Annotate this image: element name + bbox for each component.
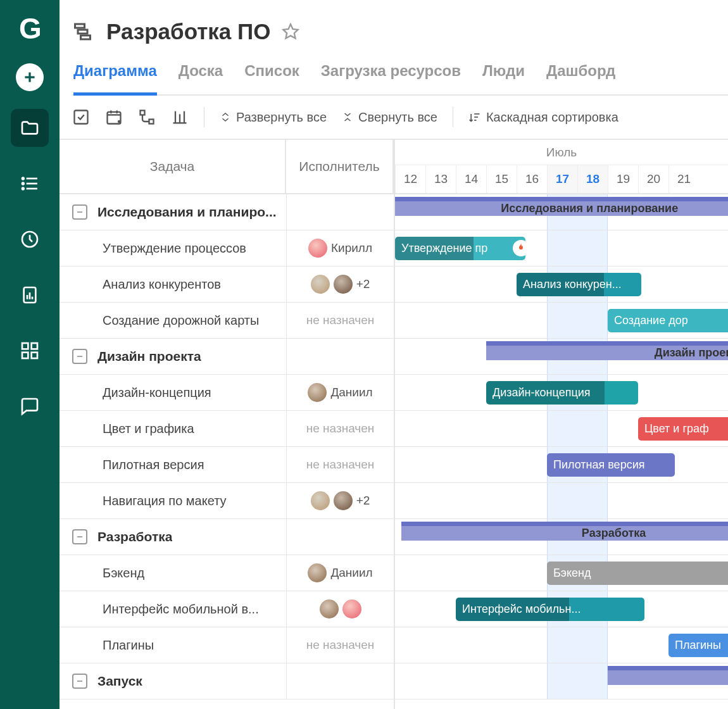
task-name: Утверждение процессов <box>103 241 246 256</box>
day-17[interactable]: 17 <box>547 165 577 193</box>
day-18[interactable]: 18 <box>577 165 608 193</box>
tab-1[interactable]: Доска <box>179 62 223 96</box>
group-bar[interactable]: Дизайн проекта <box>486 341 728 360</box>
day-15[interactable]: 15 <box>486 165 517 193</box>
nav-report[interactable] <box>11 276 49 314</box>
task-bar[interactable]: Утверждение пр <box>395 237 525 260</box>
task-bar[interactable]: Анализ конкурен... <box>517 273 641 296</box>
task-name: Пилотная версия <box>103 458 204 472</box>
tab-3[interactable]: Загрузка ресурсов <box>321 62 461 96</box>
task-row[interactable]: Разработка <box>60 519 394 555</box>
main: Разработка ПО ДиаграммаДоскаСписокЗагруз… <box>60 0 728 709</box>
collapse-toggle[interactable] <box>72 204 87 220</box>
svg-point-26 <box>118 121 120 122</box>
svg-rect-16 <box>32 353 37 358</box>
task-row[interactable]: Утверждение процессовКирилл <box>60 230 394 267</box>
day-12[interactable]: 12 <box>395 165 425 193</box>
task-name: Плагины <box>103 638 154 653</box>
task-name: Разработка <box>97 529 172 544</box>
tabs: ДиаграммаДоскаСписокЗагрузка ресурсовЛюд… <box>72 62 728 96</box>
task-row[interactable]: Исследования и планиро... <box>60 194 394 230</box>
task-name: Запуск <box>97 674 142 689</box>
assignee-cell[interactable] <box>286 663 394 699</box>
task-row[interactable]: БэкендДаниил <box>60 555 394 591</box>
gantt-icon <box>72 20 95 43</box>
task-row[interactable]: Дизайн проекта <box>60 339 394 375</box>
assignee-cell[interactable]: +2 <box>286 267 394 302</box>
chart-row: Цвет и граф <box>395 411 728 447</box>
calendar-icon[interactable] <box>105 108 123 126</box>
nav-chat[interactable] <box>11 387 49 425</box>
chart-row: Бэкенд <box>395 555 728 591</box>
task-row[interactable]: Запуск <box>60 663 394 700</box>
svg-rect-19 <box>81 35 91 39</box>
assignee-cell[interactable]: Даниил <box>286 555 394 591</box>
logo: G <box>19 11 41 46</box>
assignee-cell[interactable]: не назначен <box>286 411 394 446</box>
assignee-cell[interactable]: Даниил <box>286 375 394 410</box>
day-14[interactable]: 14 <box>456 165 486 193</box>
task-row[interactable]: Дизайн-концепцияДаниил <box>60 375 394 411</box>
tab-0[interactable]: Диаграмма <box>73 62 157 96</box>
tab-5[interactable]: Дашборд <box>546 62 615 96</box>
assignee-cell[interactable]: Кирилл <box>286 230 394 266</box>
collapse-toggle[interactable] <box>72 674 87 689</box>
task-row[interactable]: Пилотная версияне назначен <box>60 447 394 483</box>
day-20[interactable]: 20 <box>638 165 668 193</box>
nav-apps[interactable] <box>11 332 49 370</box>
columns-icon[interactable] <box>171 108 189 126</box>
assignee-cell[interactable] <box>286 591 394 627</box>
nav-folder[interactable] <box>11 109 49 147</box>
cascade-sort-button[interactable]: Каскадная сортировка <box>468 110 618 125</box>
task-bar[interactable]: Цвет и граф <box>638 417 728 441</box>
collapse-toggle[interactable] <box>72 349 87 364</box>
task-row[interactable]: Цвет и графикане назначен <box>60 411 394 447</box>
task-row[interactable]: Создание дорожной картыне назначен <box>60 303 394 339</box>
day-21[interactable]: 21 <box>668 165 699 193</box>
tab-4[interactable]: Люди <box>482 62 525 96</box>
task-list-panel: Задача Исполнитель Исследования и планир… <box>60 140 395 709</box>
month-label: Июль <box>395 140 728 165</box>
avatar <box>334 275 353 294</box>
assignee-cell[interactable]: не назначен <box>286 627 394 663</box>
task-bar[interactable]: Интерфейс мобильн... <box>456 598 644 621</box>
add-button[interactable] <box>16 63 44 91</box>
group-bar[interactable]: Запуск <box>608 666 728 685</box>
chart-row: Дизайн проекта <box>395 339 728 375</box>
day-19[interactable]: 19 <box>608 165 638 193</box>
collapse-all-button[interactable]: Свернуть все <box>342 110 437 125</box>
task-name: Анализ конкурентов <box>103 277 221 292</box>
assignee-cell[interactable] <box>286 339 394 374</box>
task-row[interactable]: Анализ конкурентов+2 <box>60 267 394 303</box>
group-bar[interactable]: Разработка <box>401 522 728 541</box>
task-bar[interactable]: Пилотная версия <box>547 453 675 477</box>
avatar <box>311 275 330 294</box>
tab-2[interactable]: Список <box>244 62 299 96</box>
svg-marker-20 <box>284 24 298 38</box>
group-bar[interactable]: Исследования и планирование <box>395 197 728 216</box>
task-row[interactable]: Плагиныне назначен <box>60 627 394 663</box>
nav-list[interactable] <box>11 165 49 203</box>
assignee-cell[interactable] <box>286 519 394 555</box>
task-bar[interactable]: Дизайн-концепция <box>486 381 638 405</box>
svg-rect-18 <box>78 30 87 34</box>
svg-point-5 <box>22 178 24 180</box>
task-bar[interactable]: Бэкенд <box>547 562 728 585</box>
collapse-toggle[interactable] <box>72 529 87 544</box>
assignee-cell[interactable]: +2 <box>286 483 394 518</box>
star-icon[interactable] <box>282 23 299 41</box>
col-header-task: Задача <box>60 140 286 194</box>
task-row[interactable]: Навигация по макету+2 <box>60 483 394 519</box>
assignee-cell[interactable]: не назначен <box>286 303 394 338</box>
select-all-icon[interactable] <box>72 108 90 126</box>
expand-all-button[interactable]: Развернуть все <box>220 110 327 125</box>
task-bar[interactable]: Плагины <box>668 634 728 657</box>
day-16[interactable]: 16 <box>517 165 547 193</box>
task-row[interactable]: Интерфейс мобильной в... <box>60 591 394 627</box>
day-13[interactable]: 13 <box>425 165 456 193</box>
hierarchy-icon[interactable] <box>138 108 156 126</box>
assignee-cell[interactable]: не назначен <box>286 447 394 482</box>
nav-recent[interactable] <box>11 220 49 258</box>
task-bar[interactable]: Создание дор <box>608 309 728 332</box>
assignee-cell[interactable] <box>286 194 394 230</box>
